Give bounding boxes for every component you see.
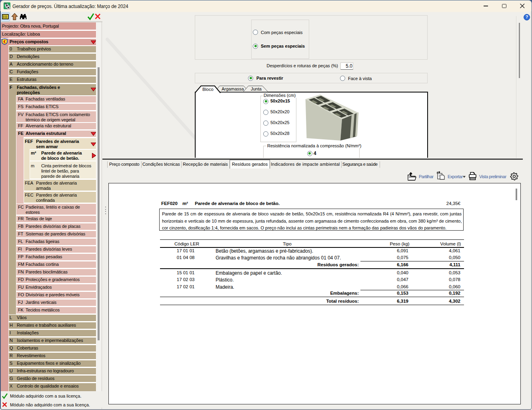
svg-text:€: € bbox=[4, 40, 6, 44]
svg-text:Bloco: Bloco bbox=[202, 87, 214, 92]
svg-text:Junta: Junta bbox=[251, 86, 262, 91]
svg-text:Argamassa: Argamassa bbox=[222, 86, 244, 91]
